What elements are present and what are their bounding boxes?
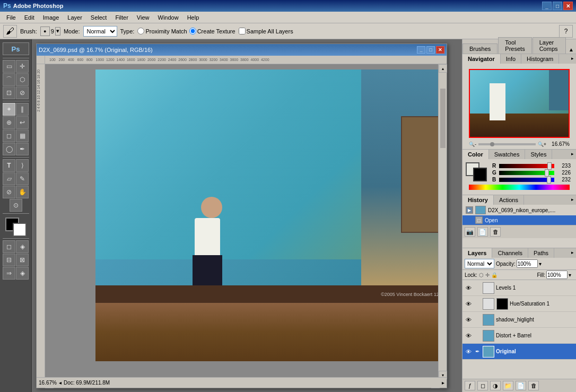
path-select-tool[interactable]: ⟩ <box>16 159 29 172</box>
vertical-scrollbar[interactable]: ▴ ▾ <box>438 64 447 379</box>
status-arrow-right[interactable]: ▸ <box>442 380 444 386</box>
mode-select[interactable]: Normal Multiply Screen <box>83 26 117 37</box>
clone-stamp-tool[interactable]: ⊕ <box>3 116 15 129</box>
blue-slider-thumb[interactable] <box>547 176 551 184</box>
background-color[interactable] <box>13 223 27 237</box>
brush-preview[interactable]: ● <box>40 27 50 36</box>
info-tab[interactable]: Info <box>501 54 521 64</box>
v-scroll-track[interactable] <box>440 74 446 372</box>
history-delete-btn[interactable]: 🗑 <box>490 227 501 237</box>
color-boxes[interactable] <box>5 217 27 237</box>
delete-layer-btn[interactable]: 🗑 <box>528 381 539 390</box>
create-texture-radio[interactable]: Create Texture <box>189 28 235 34</box>
history-item-snapshot[interactable]: ▶ D2X_0699_nikon_europe,.... <box>462 205 576 215</box>
tool-presets-tab[interactable]: Tool Presets <box>498 37 531 54</box>
close-button[interactable]: ✕ <box>563 2 573 10</box>
create-texture-input[interactable] <box>189 28 196 34</box>
doc-close-button[interactable]: ✕ <box>436 46 444 54</box>
new-fill-adj-btn[interactable]: ◑ <box>490 381 501 390</box>
menu-edit[interactable]: Edit <box>20 13 39 22</box>
layer-eye-shadow[interactable]: 👁 <box>465 316 472 324</box>
crop-tool[interactable]: ⊡ <box>3 86 15 99</box>
tool-preset-picker[interactable]: 🖌 <box>3 25 17 38</box>
layer-eye-huesat[interactable]: 👁 <box>465 300 472 308</box>
layers-blend-mode[interactable]: Normal Multiply <box>465 259 494 268</box>
blue-slider-track[interactable] <box>499 178 554 182</box>
color-options[interactable]: ▸ <box>569 150 576 159</box>
color-bg-swatch[interactable] <box>473 168 487 181</box>
layer-comps-tab[interactable]: Layer Comps <box>533 37 566 54</box>
canvas-area[interactable]: ©2005 Vincent Bockaert 123di.com <box>45 64 438 377</box>
menu-select[interactable]: Select <box>86 13 111 22</box>
hand-tool[interactable]: ✋ <box>16 186 29 198</box>
layer-eye-original[interactable]: 👁 <box>465 348 472 355</box>
brush-tool[interactable]: ∥ <box>16 103 29 116</box>
zoom-slider-thumb[interactable] <box>490 142 494 146</box>
zoom-tool[interactable]: ⊙ <box>10 199 22 212</box>
history-brush-tool[interactable]: ↩ <box>16 116 29 129</box>
paths-tab[interactable]: Paths <box>528 248 554 258</box>
doc-minimize-button[interactable]: _ <box>417 46 425 54</box>
opacity-input[interactable] <box>517 259 538 268</box>
type-tool[interactable]: T <box>3 159 15 172</box>
menu-file[interactable]: File <box>2 13 20 22</box>
menu-image[interactable]: Image <box>39 13 64 22</box>
move-tool[interactable]: ✛ <box>16 60 29 73</box>
green-slider-thumb[interactable] <box>545 169 549 177</box>
history-snapshot-btn[interactable]: 📷 <box>465 227 475 237</box>
layer-item-shadow[interactable]: 👁 shadow_higlight <box>462 312 576 328</box>
quick-select-tool[interactable]: ⬡ <box>16 73 29 86</box>
pen-tool[interactable]: ✒ <box>16 143 29 155</box>
actions-tab[interactable]: Actions <box>494 195 524 205</box>
color-tab[interactable]: Color <box>462 150 489 159</box>
zoom-out-icon[interactable]: 🔍- <box>469 142 476 147</box>
fill-input[interactable] <box>546 271 568 279</box>
lock-all-icon[interactable]: 🔒 <box>491 272 498 278</box>
go-to-bridge[interactable]: ⇒ <box>3 267 15 280</box>
eraser-tool[interactable]: ◻ <box>3 129 15 142</box>
maximize-button[interactable]: □ <box>553 2 562 10</box>
screen-mode-2[interactable]: ⊠ <box>16 254 29 266</box>
scroll-up-btn[interactable]: ▴ <box>439 64 447 73</box>
layer-item-original[interactable]: 👁 ✒ Original <box>462 344 576 360</box>
layer-item-huesat[interactable]: 👁 Hue/Saturation 1 <box>462 296 576 312</box>
extra-tool-2[interactable]: ◈ <box>16 267 29 280</box>
add-mask-btn[interactable]: ◻ <box>477 381 488 390</box>
panel-top-collapse[interactable]: ▲ <box>566 46 576 54</box>
navigator-options[interactable]: ▸ <box>569 54 576 64</box>
lock-pixels-icon[interactable]: ⬡ <box>479 272 484 278</box>
dodge-tool[interactable]: ◯ <box>3 143 15 155</box>
quickmask-mode[interactable]: ◈ <box>16 240 29 253</box>
fill-dropdown[interactable]: ▾ <box>569 272 574 278</box>
doc-maximize-button[interactable]: □ <box>426 46 435 54</box>
navigator-preview[interactable] <box>469 69 570 138</box>
brush-dropdown[interactable]: ▾ <box>55 27 60 36</box>
opacity-dropdown[interactable]: ▾ <box>539 261 544 267</box>
proximity-match-radio[interactable]: Proximity Match <box>137 28 187 34</box>
navigator-tab[interactable]: Navigator <box>462 54 501 64</box>
spot-heal-tool[interactable]: ✦ <box>3 103 15 116</box>
menu-help[interactable]: Help <box>183 13 204 22</box>
color-spectrum-bar[interactable] <box>469 185 570 190</box>
lock-move-icon[interactable]: ✛ <box>485 272 490 278</box>
red-slider-track[interactable] <box>499 164 554 168</box>
sample-all-layers-check[interactable]: Sample All Layers <box>239 28 293 34</box>
history-tab[interactable]: History <box>462 195 494 205</box>
proximity-match-input[interactable] <box>137 28 144 34</box>
add-layer-style-btn[interactable]: ƒ <box>465 381 475 390</box>
zoom-in-icon[interactable]: 🔍+ <box>538 142 546 147</box>
layer-eye-levels1[interactable]: 👁 <box>465 284 472 292</box>
red-slider-thumb[interactable] <box>547 162 552 170</box>
zoom-slider-track[interactable] <box>478 143 536 145</box>
brushes-tab[interactable]: Brushes <box>462 43 498 54</box>
menu-window[interactable]: Window <box>154 13 183 22</box>
v-scroll-thumb[interactable] <box>440 89 446 148</box>
layer-eye-distort[interactable]: 👁 <box>465 332 472 339</box>
shape-tool[interactable]: ▱ <box>3 172 15 185</box>
layers-options[interactable]: ▸ <box>569 248 576 258</box>
gradient-tool[interactable]: ▦ <box>16 129 29 142</box>
standard-mode[interactable]: ◻ <box>3 240 15 253</box>
status-arrow-left[interactable]: ◂ <box>59 380 62 386</box>
layers-tab[interactable]: Layers <box>462 248 492 258</box>
sample-all-layers-input[interactable] <box>239 28 246 34</box>
